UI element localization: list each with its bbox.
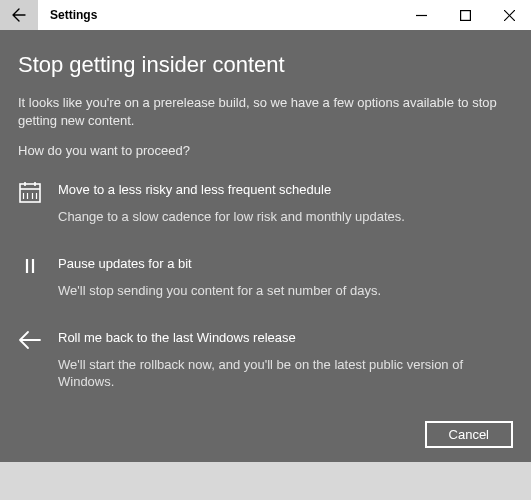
option-title: Move to a less risky and less frequent s… (58, 182, 513, 197)
back-arrow-icon (11, 7, 27, 23)
minimize-icon (416, 10, 427, 21)
rollback-arrow-icon (18, 328, 42, 352)
option-slow-schedule[interactable]: Move to a less risky and less frequent s… (18, 182, 513, 226)
titlebar: Settings (0, 0, 531, 30)
option-text: Pause updates for a bit We'll stop sendi… (58, 256, 513, 300)
option-text: Roll me back to the last Windows release… (58, 330, 513, 391)
dialog-heading: Stop getting insider content (18, 52, 513, 78)
option-rollback[interactable]: Roll me back to the last Windows release… (18, 330, 513, 391)
minimize-button[interactable] (399, 0, 443, 30)
close-button[interactable] (487, 0, 531, 30)
option-pause-updates[interactable]: Pause updates for a bit We'll stop sendi… (18, 256, 513, 300)
svg-rect-1 (460, 10, 470, 20)
maximize-button[interactable] (443, 0, 487, 30)
option-title: Pause updates for a bit (58, 256, 513, 271)
option-desc: We'll stop sending you content for a set… (58, 283, 513, 300)
window-controls (399, 0, 531, 30)
dialog-intro: It looks like you're on a prerelease bui… (18, 94, 513, 129)
option-desc: Change to a slow cadence for low risk an… (58, 209, 513, 226)
background-heading: Have a question? (20, 468, 161, 488)
window-title: Settings (50, 8, 97, 22)
cancel-button[interactable]: Cancel (425, 421, 513, 448)
background-page: Have a question? (0, 462, 531, 500)
calendar-icon (18, 180, 42, 204)
insider-dialog: Stop getting insider content It looks li… (0, 30, 531, 462)
back-button[interactable] (0, 0, 38, 30)
maximize-icon (460, 10, 471, 21)
close-icon (504, 10, 515, 21)
dialog-footer: Cancel (425, 421, 513, 448)
dialog-question: How do you want to proceed? (18, 143, 513, 158)
option-desc: We'll start the rollback now, and you'll… (58, 357, 513, 391)
option-text: Move to a less risky and less frequent s… (58, 182, 513, 226)
option-title: Roll me back to the last Windows release (58, 330, 513, 345)
pause-icon (18, 254, 42, 278)
dialog-content: Stop getting insider content It looks li… (0, 30, 531, 391)
